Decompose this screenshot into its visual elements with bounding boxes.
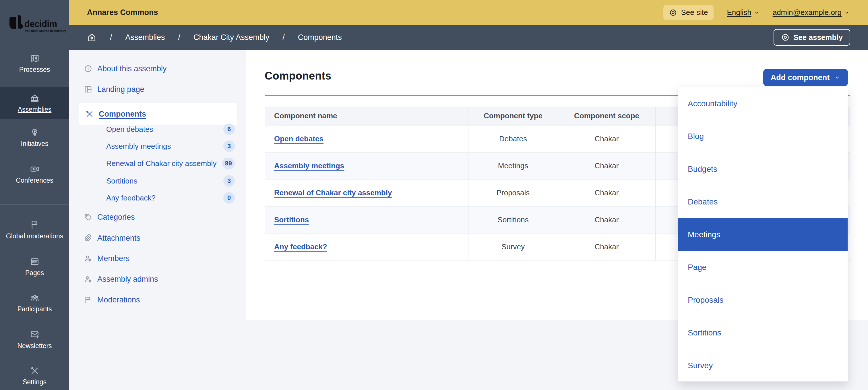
component-nav-renewal[interactable]: Renewal of Chakar city assembly 99 (106, 157, 235, 170)
dropdown-item-budgets[interactable]: Budgets (678, 153, 848, 185)
dropdown-item-survey[interactable]: Survey (678, 349, 848, 382)
component-nav-label: Sortitions (106, 177, 137, 185)
column-header-component-type: Component type (468, 107, 558, 125)
user-gear-icon (84, 254, 92, 263)
language-label: English (727, 8, 751, 17)
main-sidebar: decidim free open-source democracy Proce… (0, 0, 69, 390)
sidebar-item-label: Global moderations (6, 232, 63, 240)
sidebar-item-processes[interactable]: Processes (0, 53, 69, 80)
mail-plus-icon (30, 330, 40, 339)
see-site-label: See site (681, 8, 708, 17)
logo-tagline: free open-source democracy (25, 29, 66, 32)
sidebar-item-participants[interactable]: Participants (0, 293, 69, 319)
dropdown-item-sortitions[interactable]: Sortitions (678, 317, 848, 349)
component-nav-open-debates[interactable]: Open debates 6 (106, 123, 235, 136)
dropdown-item-blog[interactable]: Blog (678, 120, 848, 153)
see-assembly-button[interactable]: See assembly (774, 29, 850, 46)
sidebar-item-label: Settings (23, 378, 46, 386)
sidebar-item-conferences[interactable]: Conferences (0, 164, 69, 191)
logo-dot (18, 24, 23, 29)
dropdown-item-proposals[interactable]: Proposals (678, 284, 848, 317)
component-link-any-feedback[interactable]: Any feedback? (274, 242, 327, 251)
sidebar-item-settings[interactable]: Settings (0, 366, 69, 390)
breadcrumb-chakar-city-assembly[interactable]: Chakar City Assembly (193, 33, 269, 42)
lightbulb-icon (30, 127, 40, 137)
sidebar-item-initiatives[interactable]: Initiatives (0, 127, 69, 154)
component-link-sortitions[interactable]: Sortitions (274, 215, 309, 224)
menu-item-components-active[interactable]: Components (79, 103, 237, 125)
component-nav-label: Any feedback? (106, 193, 156, 203)
menu-item-about-assembly[interactable]: About this assembly (84, 62, 167, 75)
menu-item-assembly-admins[interactable]: Assembly admins (84, 273, 158, 286)
newspaper-icon (30, 257, 40, 267)
sidebar-item-label: Assemblies (18, 106, 52, 113)
component-nav-label: Open debates (106, 125, 153, 134)
decidim-logo[interactable]: decidim free open-source democracy (9, 15, 64, 35)
component-nav-assembly-meetings[interactable]: Assembly meetings 3 (106, 140, 235, 152)
add-component-button[interactable]: Add component (763, 69, 848, 86)
dropdown-item-page[interactable]: Page (678, 251, 848, 284)
see-assembly-label: See assembly (794, 33, 843, 42)
paperclip-icon (84, 234, 92, 242)
info-icon (84, 64, 92, 73)
column-header-component-scope: Component scope (558, 107, 656, 125)
menu-item-categories[interactable]: Categories (84, 211, 135, 223)
menu-item-landing-page[interactable]: Landing page (84, 83, 144, 96)
component-scope-cell: Chakar (558, 125, 656, 152)
component-type-cell: Meetings (468, 152, 558, 179)
target-circle-icon (669, 9, 677, 17)
component-nav-any-feedback[interactable]: Any feedback? 0 (106, 191, 235, 204)
dropdown-item-debates[interactable]: Debates (678, 185, 848, 218)
sidebar-item-label: Newsletters (17, 342, 52, 350)
sidebar-item-label: Initiatives (21, 140, 49, 147)
breadcrumb-bar: / Assemblies / Chakar City Assembly / Co… (69, 25, 868, 50)
component-type-cell: Sortitions (468, 207, 558, 233)
component-link-open-debates[interactable]: Open debates (274, 134, 323, 143)
breadcrumb-separator: / (282, 33, 285, 42)
video-icon (30, 164, 40, 174)
dropdown-item-accountability[interactable]: Accountability (678, 87, 848, 120)
menu-item-members[interactable]: Members (84, 252, 130, 265)
user-menu[interactable]: admin@example.org (773, 8, 849, 17)
organization-title: Annares Commons (87, 0, 158, 25)
sidebar-item-newsletters[interactable]: Newsletters (0, 330, 69, 356)
component-scope-cell: Chakar (558, 152, 656, 179)
decidim-admin-app: decidim free open-source democracy Proce… (0, 0, 868, 390)
menu-item-label: Assembly admins (97, 275, 158, 284)
component-nav-sortitions[interactable]: Sortitions 3 (106, 175, 235, 187)
menu-item-label: Attachments (97, 234, 141, 243)
language-menu[interactable]: English (727, 8, 759, 17)
logo-bar (9, 17, 17, 29)
component-count-badge: 0 (223, 192, 235, 204)
tools-icon (85, 110, 94, 118)
chevron-down-icon (834, 74, 840, 81)
menu-item-label: Components (99, 110, 146, 119)
menu-item-attachments[interactable]: Attachments (84, 232, 141, 244)
home-icon[interactable] (87, 32, 97, 42)
chevron-down-icon (844, 10, 849, 16)
see-site-button[interactable]: See site (663, 5, 714, 20)
sidebar-item-assemblies[interactable]: Assemblies (0, 87, 69, 119)
component-type-cell: Debates (468, 125, 558, 152)
breadcrumb-separator: / (110, 33, 112, 42)
target-circle-icon (781, 33, 789, 42)
component-link-renewal[interactable]: Renewal of Chakar city assembly (274, 188, 392, 197)
dropdown-item-meetings[interactable]: Meetings (678, 218, 848, 251)
sidebar-item-label: Conferences (16, 177, 53, 184)
breadcrumb-components[interactable]: Components (298, 33, 342, 42)
component-scope-cell: Chakar (558, 207, 656, 233)
component-nav-label: Assembly meetings (106, 142, 171, 151)
menu-item-label: About this assembly (97, 64, 167, 73)
menu-item-moderations[interactable]: Moderations (84, 294, 140, 306)
sidebar-item-pages[interactable]: Pages (0, 257, 69, 283)
component-link-assembly-meetings[interactable]: Assembly meetings (274, 161, 344, 170)
breadcrumb-assemblies[interactable]: Assemblies (125, 33, 165, 42)
page-title: Components (265, 70, 331, 82)
sidebar-item-global-moderations[interactable]: Global moderations (0, 220, 69, 246)
breadcrumb: / Assemblies / Chakar City Assembly / Co… (87, 25, 342, 50)
top-bar: Annares Commons See site English admin@e… (69, 0, 868, 25)
sidebar-divider (0, 205, 69, 205)
user-email: admin@example.org (773, 8, 842, 17)
logo-brand-text: decidim (24, 19, 57, 29)
menu-item-label: Members (97, 254, 130, 263)
